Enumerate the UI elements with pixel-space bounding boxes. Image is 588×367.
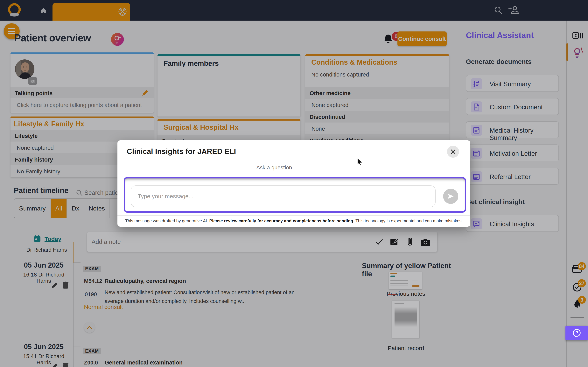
modal-footer-divider — [117, 215, 470, 216]
disclaimer-bold: Please review carefully for accuracy and… — [209, 218, 354, 223]
help-icon: ? — [572, 328, 582, 338]
mouse-cursor — [357, 158, 363, 167]
disclaimer-post: This technology is experimental and can … — [354, 218, 463, 223]
message-input-container — [124, 177, 466, 213]
modal-close-button[interactable] — [447, 146, 459, 158]
ai-disclaimer: This message was drafted by generative A… — [117, 218, 470, 224]
message-input[interactable] — [131, 185, 436, 207]
send-icon — [447, 193, 454, 199]
close-icon — [450, 149, 456, 154]
app-root: Patient overview 0 Continue consult — [0, 0, 588, 367]
disclaimer-pre: This message was drafted by generative A… — [125, 218, 209, 223]
help-button[interactable]: ? — [565, 326, 588, 340]
svg-text:?: ? — [575, 330, 578, 335]
modal-title: Clinical Insights for JARED ELI — [127, 147, 236, 156]
modal-subtitle: Ask a question — [245, 165, 303, 171]
clinical-insights-modal: Clinical Insights for JARED ELI Ask a qu… — [117, 140, 470, 227]
send-button[interactable] — [443, 189, 458, 204]
